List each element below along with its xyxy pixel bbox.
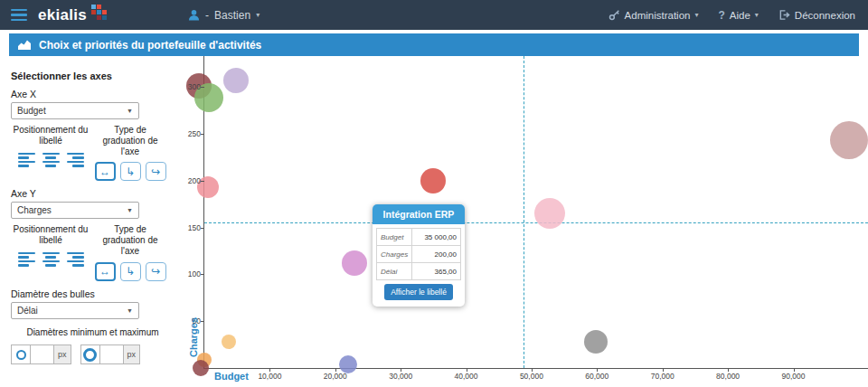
user-menu[interactable]: - Bastien ▾ [188, 9, 259, 22]
y-tick-mark [201, 321, 204, 322]
select-caret-icon: ▼ [127, 307, 133, 314]
x-tick-label: 80,000 [705, 372, 750, 381]
logout-icon [778, 9, 790, 21]
help-menu[interactable]: ? Aide ▾ [718, 9, 758, 22]
chart-area: 10,00020,00030,00040,00050,00060,00070,0… [185, 56, 868, 387]
axis-graduation-heading: Type de graduation de l'axe [90, 224, 170, 256]
label-position-center-icon[interactable] [42, 252, 60, 267]
plot-area[interactable]: 10,00020,00030,00040,00050,00060,00070,0… [203, 56, 868, 369]
page-title: Choix et priorités du portefeuille d'act… [39, 39, 261, 52]
axis-type-linear-icon[interactable]: ↔ [95, 262, 116, 281]
axis-type-wrap-icon[interactable]: ↳ [120, 262, 141, 281]
label-position-left-icon[interactable] [18, 153, 35, 167]
afficher-libelle-button[interactable]: Afficher le libellé [384, 284, 453, 300]
y-tick-label: 250 [175, 129, 201, 138]
axe-y-select[interactable]: Charges ▼ [11, 202, 139, 219]
sidebar: Sélectionner les axes Axe X Budget ▼ Pos… [0, 56, 185, 387]
tooltip-row-value: 200,00 [412, 246, 461, 263]
axe-y-label: Axe Y [11, 188, 175, 199]
brand-pixels-icon [91, 5, 107, 20]
label-position-right-icon[interactable] [67, 153, 84, 167]
admin-label: Administration [625, 10, 691, 21]
max-circle-icon [80, 345, 99, 364]
tooltip-row: Budget 35 000,00 [377, 229, 461, 246]
tooltip-row-value: 35 000,00 [412, 229, 461, 246]
min-diameter-input[interactable] [30, 345, 54, 364]
brand-logo[interactable]: ekialis [38, 6, 107, 24]
diameters-heading: Diamètres minimum et maximum [11, 327, 175, 339]
tooltip-row: Charges 200,00 [377, 246, 461, 263]
max-px-unit: px [124, 345, 141, 364]
admin-menu[interactable]: Administration ▾ [609, 9, 699, 21]
axes-section-title: Sélectionner les axes [11, 71, 175, 81]
bubble-diameter-value: Délai [17, 306, 38, 316]
caret-down-icon: ▾ [694, 11, 698, 19]
x-tick-label: 50,000 [509, 372, 554, 381]
axis-type-wrap-icon[interactable]: ↳ [120, 162, 141, 181]
y-axis-label: Charges [188, 317, 199, 357]
max-diameter-input[interactable] [99, 345, 124, 364]
x-tick-label: 40,000 [444, 372, 489, 381]
logout-label: Déconnexion [795, 10, 855, 21]
axe-x-select[interactable]: Budget ▼ [11, 102, 139, 119]
chart-icon [18, 37, 31, 53]
y-tick-mark [201, 87, 204, 88]
tooltip-title: Intégration ERP [373, 204, 465, 224]
user-prefix: - [205, 9, 209, 22]
max-diameter-group: px [80, 345, 141, 364]
caret-down-icon: ▾ [256, 11, 259, 19]
chart-bubble[interactable] [339, 355, 357, 373]
min-px-unit: px [54, 345, 71, 364]
help-icon: ? [718, 9, 724, 22]
tooltip-row-label: Budget [377, 229, 412, 246]
axis-type-linear-icon[interactable]: ↔ [95, 162, 116, 181]
y-tick-mark [201, 274, 204, 275]
label-position-heading: Positionnement du libellé [11, 125, 90, 146]
x-tick-label: 20,000 [313, 372, 358, 381]
user-name: Bastien [214, 9, 250, 22]
key-icon [609, 9, 620, 21]
axis-type-curve-icon[interactable]: ↪ [146, 162, 166, 181]
axe-y-value: Charges [17, 205, 52, 215]
chart-bubble[interactable] [584, 330, 608, 354]
axe-x-value: Budget [17, 106, 46, 116]
y-tick-mark [201, 181, 204, 182]
chart-bubble[interactable] [222, 335, 236, 349]
crosshair-horizontal-line [204, 222, 868, 223]
chart-bubble[interactable] [830, 121, 868, 159]
chart-bubble[interactable] [420, 168, 446, 194]
axis-type-curve-icon[interactable]: ↪ [146, 262, 166, 281]
brand-name: ekialis [38, 6, 87, 24]
select-caret-icon: ▼ [127, 108, 133, 114]
chart-bubble[interactable] [342, 250, 367, 276]
tooltip-table: Budget 35 000,00 Charges 200,00 Délai 36… [376, 228, 461, 280]
bubble-diameter-select[interactable]: Délai ▼ [11, 302, 139, 319]
tooltip-row: Délai 365,00 [377, 263, 461, 280]
chart-bubble[interactable] [223, 68, 249, 93]
menu-icon[interactable] [11, 9, 27, 22]
y-tick-mark [201, 228, 204, 229]
crosshair-vertical-line [524, 56, 524, 368]
help-label: Aide [730, 10, 750, 21]
x-tick-label: 90,000 [771, 372, 816, 381]
min-diameter-group: px [11, 345, 71, 364]
label-position-left-icon[interactable] [18, 252, 35, 267]
label-position-right-icon[interactable] [67, 252, 84, 267]
top-navbar: ekialis - Bastien ▾ A [0, 0, 868, 30]
label-position-center-icon[interactable] [42, 153, 60, 167]
y-tick-label: 200 [175, 176, 201, 185]
select-caret-icon: ▼ [127, 207, 133, 213]
tooltip-row-label: Délai [377, 263, 412, 280]
x-axis-label: Budget [214, 371, 249, 382]
axe-x-label: Axe X [11, 89, 175, 99]
bubble-diameter-label: Diamètre des bulles [11, 288, 175, 299]
chart-bubble[interactable] [193, 360, 209, 376]
y-tick-mark [201, 134, 204, 135]
user-icon [188, 9, 200, 21]
axis-graduation-heading: Type de graduation de l'axe [90, 125, 170, 156]
y-tick-label: 100 [175, 269, 201, 278]
bubble-tooltip: Intégration ERP Budget 35 000,00 Charges… [373, 204, 465, 307]
logout-button[interactable]: Déconnexion [778, 9, 855, 21]
chart-bubble[interactable] [534, 198, 565, 229]
x-tick-label: 70,000 [640, 372, 685, 381]
